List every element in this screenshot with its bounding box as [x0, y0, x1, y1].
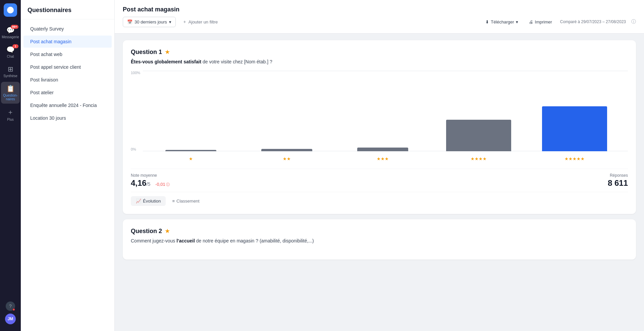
question-1-text: Êtes-vous globalement satisfait de votre… [131, 58, 628, 65]
sidebar-nav-item-quarterly[interactable]: Quaterly Survey [23, 23, 112, 35]
evolution-icon: 📈 [136, 199, 141, 204]
sidebar-item-chat[interactable]: 🗨️ Chat 1 [1, 43, 20, 61]
plus-filter-icon: ＋ [182, 19, 187, 25]
add-filter-button[interactable]: ＋ Ajouter un filtre [180, 16, 220, 27]
question-2-star: ★ [165, 227, 170, 235]
star-label-2: ★★ [240, 156, 333, 161]
chart-bar-1star [144, 76, 237, 151]
add-filter-label: Ajouter un filtre [189, 19, 218, 24]
star-label-4: ★★★★ [432, 156, 525, 161]
info-icon: ⓘ [631, 19, 636, 25]
download-icon: ⬇ [485, 19, 489, 24]
help-button[interactable]: ? [6, 301, 15, 311]
avg-value: 4,16/5 -0,01ⓘ [131, 178, 170, 188]
responses-label: Réponses [608, 173, 628, 178]
print-button[interactable]: 🖨 Imprimer [526, 18, 555, 26]
star-label-3: ★★★ [336, 156, 429, 161]
y-label-0: 0% [131, 147, 136, 151]
header-controls: 📅 30 derniers jours ▾ ＋ Ajouter un filtr… [123, 16, 636, 27]
icon-bar: 💬 Messagerie 99+ 🗨️ Chat 1 ⊞ Synthèse 📋 … [0, 0, 21, 331]
sidebar-nav-item-enquete[interactable]: Enquête annuelle 2024 - Foncia [23, 99, 112, 111]
print-icon: 🖨 [529, 19, 533, 24]
star-label-1: ★ [144, 156, 237, 161]
app-logo[interactable] [4, 3, 17, 17]
classement-label: Classement [176, 199, 200, 204]
tab-evolution[interactable]: 📈 Évolution [131, 196, 166, 206]
question-1-bold: Êtes-vous globalement satisfait [131, 59, 201, 64]
chat-badge: 1 [12, 44, 18, 48]
date-filter-label: 30 derniers jours [135, 19, 167, 24]
chart-bar-3stars [336, 76, 429, 151]
question-2-number: Question 2 [131, 228, 162, 235]
help-dot [12, 308, 15, 311]
sidebar-nav: Quaterly Survey Post achat magasin Post … [21, 19, 114, 331]
download-button[interactable]: ⬇ Télécharger ▾ [483, 18, 521, 26]
sidebar-nav-item-post-achat-magasin[interactable]: Post achat magasin [23, 36, 112, 48]
questionnaires-icon: 📋 [6, 85, 15, 93]
sidebar-item-synthese[interactable]: ⊞ Synthèse [1, 62, 20, 80]
date-filter-button[interactable]: 📅 30 derniers jours ▾ [123, 17, 176, 27]
chart-bar-5stars [528, 76, 621, 151]
question-2-card: Question 2 ★ Comment jugez-vous l'accuei… [123, 219, 636, 260]
question-2-bold: l'accueil [176, 238, 195, 243]
question-1-rest: de votre visite chez [Nom étab.] ? [201, 59, 272, 64]
question-2-text: Comment jugez-vous l'accueil de notre éq… [131, 237, 628, 244]
tab-classement[interactable]: ≡ Classement [167, 196, 204, 206]
header-bar: Post achat magasin 📅 30 derniers jours ▾… [115, 0, 644, 34]
delta-info-icon: ⓘ [166, 182, 170, 186]
sidebar-title: Questionnaires [21, 0, 114, 19]
compared-text: Comparé à 29/07/2023 – 27/08/2023 [560, 19, 626, 24]
sidebar-nav-item-post-achat-web[interactable]: Post achat web [23, 48, 112, 60]
print-label: Imprimer [535, 19, 552, 24]
chevron-down-icon: ▾ [169, 19, 171, 24]
synthese-icon: ⊞ [8, 65, 13, 73]
scroll-area: Question 1 ★ Êtes-vous globalement satis… [115, 34, 644, 331]
header-title: Post achat magasin [123, 6, 636, 13]
sidebar-nav-item-location[interactable]: Location 30 jours [23, 112, 112, 124]
classement-icon: ≡ [172, 199, 175, 204]
responses-value: 8 611 [608, 178, 628, 188]
question-1-header: Question 1 ★ [131, 48, 628, 56]
star-label-5: ★★★★★ [528, 156, 621, 161]
main-content: Post achat magasin 📅 30 derniers jours ▾… [115, 0, 644, 331]
avatar[interactable]: JM [5, 314, 16, 324]
question-1-star: ★ [165, 48, 170, 56]
question-2-rest: de notre équipe en magasin ? (amabilité,… [195, 238, 314, 243]
sidebar-nav-item-post-appel[interactable]: Post appel service client [23, 61, 112, 73]
sidebar-nav-item-post-livraison[interactable]: Post livraison [23, 74, 112, 86]
avg-denom: /5 [147, 181, 151, 187]
question-1-number: Question 1 [131, 49, 162, 56]
avg-label: Note moyenne [131, 173, 170, 178]
download-label: Télécharger [491, 19, 514, 24]
stats-row: Note moyenne 4,16/5 -0,01ⓘ Réponses 8 61… [131, 169, 628, 188]
avg-delta: -0,01ⓘ [155, 182, 170, 187]
sidebar-item-messagerie[interactable]: 💬 Messagerie 99+ [1, 23, 20, 42]
question-2-header: Question 2 ★ [131, 227, 628, 235]
avg-number: 4,16 [131, 178, 147, 187]
responses-stats: Réponses 8 611 [608, 173, 628, 188]
question-1-card: Question 1 ★ Êtes-vous globalement satis… [123, 40, 636, 214]
sidebar-nav-item-post-atelier[interactable]: Post atelier [23, 87, 112, 99]
evolution-label: Évolution [143, 199, 161, 204]
calendar-icon: 📅 [127, 19, 132, 24]
avg-stats: Note moyenne 4,16/5 -0,01ⓘ [131, 173, 170, 188]
sidebar-item-plus[interactable]: ＋ Plus [1, 105, 20, 124]
chart-bar-2stars [240, 76, 333, 151]
messagerie-badge: 99+ [11, 25, 18, 29]
question-1-tabs: 📈 Évolution ≡ Classement [131, 192, 628, 206]
chart-bar-4stars [432, 76, 525, 151]
plus-icon: ＋ [7, 108, 14, 117]
y-label-100: 100% [131, 71, 140, 75]
download-chevron: ▾ [516, 19, 518, 24]
sidebar-item-questionnaires[interactable]: 📋 Question-naires [1, 82, 20, 104]
question-1-chart: 100% 0% [131, 71, 628, 165]
sidebar: Questionnaires Quaterly Survey Post acha… [21, 0, 115, 331]
question-2-pre: Comment jugez-vous [131, 238, 176, 243]
